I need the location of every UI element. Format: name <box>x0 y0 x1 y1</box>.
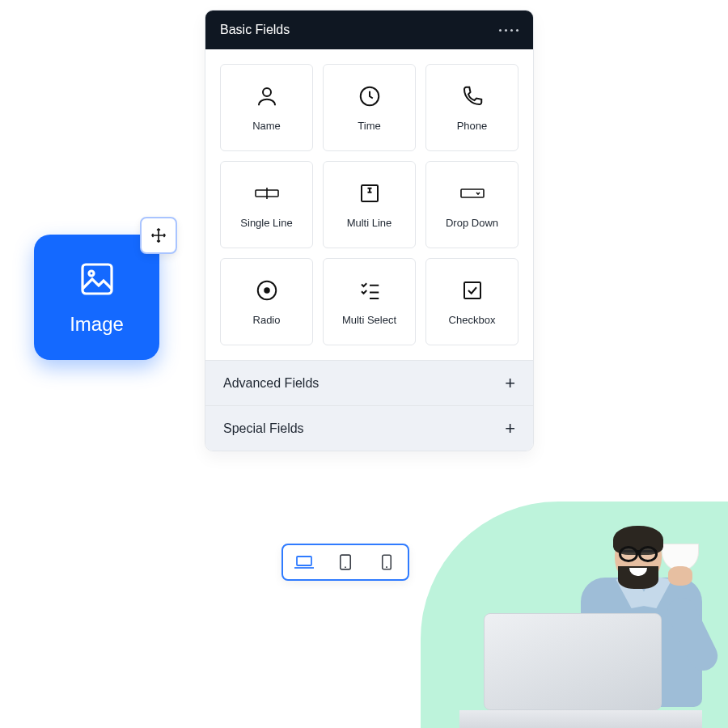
dropdown-icon <box>460 181 485 205</box>
field-label: Time <box>358 120 380 132</box>
field-multi-line[interactable]: Multi Line <box>323 161 416 248</box>
device-tablet[interactable] <box>329 549 362 575</box>
plus-icon: + <box>505 373 515 394</box>
svg-rect-8 <box>83 265 112 294</box>
field-name[interactable]: Name <box>220 64 313 151</box>
field-multi-select[interactable]: Multi Select <box>323 258 416 345</box>
laptop-illustration <box>459 613 702 728</box>
image-icon <box>78 260 116 298</box>
person-icon <box>255 84 279 108</box>
more-icon[interactable] <box>499 29 518 32</box>
field-radio[interactable]: Radio <box>220 258 313 345</box>
svg-point-6 <box>264 287 270 294</box>
accordion-advanced-fields[interactable]: Advanced Fields + <box>205 360 533 405</box>
accordion-label: Advanced Fields <box>223 376 319 391</box>
accordion-special-fields[interactable]: Special Fields + <box>205 405 533 451</box>
field-time[interactable]: Time <box>323 64 416 151</box>
radio-icon <box>255 278 279 303</box>
field-label: Name <box>252 120 281 132</box>
device-phone[interactable] <box>370 549 403 575</box>
field-checkbox[interactable]: Checkbox <box>425 258 518 345</box>
drag-handle[interactable] <box>140 217 177 254</box>
clock-icon <box>358 84 382 108</box>
field-label: Drop Down <box>446 217 498 229</box>
checkbox-icon <box>460 278 485 303</box>
field-drop-down[interactable]: Drop Down <box>425 161 518 248</box>
move-icon <box>150 226 167 244</box>
field-phone[interactable]: Phone <box>425 64 518 151</box>
device-switcher <box>281 544 409 581</box>
fields-panel: Basic Fields Name Time Phone <box>205 10 534 451</box>
phone-device-icon <box>381 553 392 571</box>
field-label: Checkbox <box>449 314 496 326</box>
accordion-label: Special Fields <box>223 421 304 436</box>
device-laptop[interactable] <box>288 549 320 575</box>
multi-line-icon <box>358 181 382 205</box>
drag-tile-label: Image <box>70 313 124 336</box>
tablet-icon <box>339 553 352 571</box>
field-label: Phone <box>457 120 488 132</box>
decorative-photo <box>421 502 728 728</box>
field-label: Radio <box>253 314 281 326</box>
field-single-line[interactable]: Single Line <box>220 161 313 248</box>
svg-point-9 <box>89 271 94 276</box>
image-field-drag-tile[interactable]: Image <box>34 235 159 360</box>
single-line-icon <box>255 181 279 205</box>
field-label: Single Line <box>240 217 292 229</box>
multi-select-icon <box>358 278 382 303</box>
field-label: Multi Line <box>347 217 392 229</box>
panel-header: Basic Fields <box>205 11 533 49</box>
svg-rect-4 <box>461 189 484 197</box>
svg-point-0 <box>263 88 271 96</box>
fields-grid: Name Time Phone Single Line <box>205 49 533 360</box>
phone-icon <box>460 84 485 108</box>
plus-icon: + <box>505 418 515 439</box>
field-label: Multi Select <box>342 314 396 326</box>
laptop-icon <box>293 554 315 570</box>
panel-title: Basic Fields <box>220 23 290 37</box>
svg-rect-7 <box>464 282 480 298</box>
svg-rect-10 <box>297 557 311 565</box>
